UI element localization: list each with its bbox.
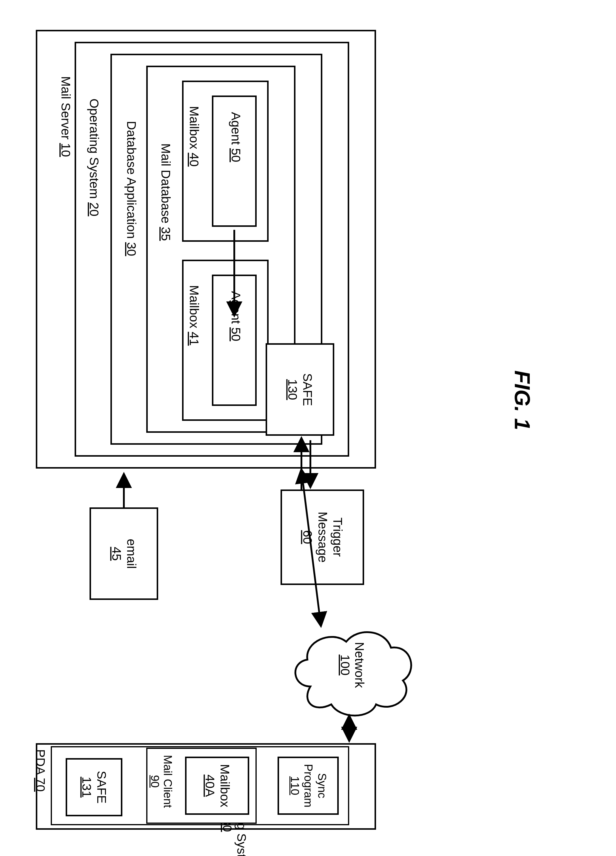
mailbox40a-box: Mailbox40A: [185, 757, 249, 815]
trigger-box: Trigger Message60: [280, 490, 364, 585]
sync-label: Sync Program110: [288, 757, 329, 815]
pda-label: PDA 70: [34, 749, 48, 791]
safe131-box: SAFE131: [66, 758, 122, 816]
email-box: email45: [89, 507, 158, 600]
mail-client-label: Mail Client90: [148, 745, 174, 817]
mailbox40-label: Mailbox 40: [187, 106, 201, 166]
safe130-box: SAFE130: [266, 343, 334, 436]
agent50a-box: Agent 50: [212, 95, 257, 227]
network-label: Network100: [338, 638, 367, 692]
mail-server-label: Mail Server 10: [59, 76, 73, 157]
db-app-label: Database Application 30: [125, 121, 139, 256]
agent50b-box: Agent 50: [212, 275, 257, 406]
safe131-label: SAFE131: [79, 761, 109, 814]
mailbox40a-label: Mailbox40A: [202, 756, 232, 816]
safe130-label: SAFE130: [285, 357, 315, 422]
agent50b-label: Agent 50: [229, 291, 243, 341]
mail-db-label: Mail Database 35: [159, 143, 173, 241]
os-server-label: Operating System 20: [87, 99, 101, 216]
sync-box: Sync Program110: [277, 757, 339, 815]
agent50a-label: Agent 50: [229, 112, 243, 162]
trigger-label: Trigger Message60: [300, 497, 345, 577]
mailbox41-label: Mailbox 41: [187, 285, 201, 346]
email-label: email45: [109, 521, 139, 587]
figure-caption: FIG. 1: [510, 370, 534, 460]
